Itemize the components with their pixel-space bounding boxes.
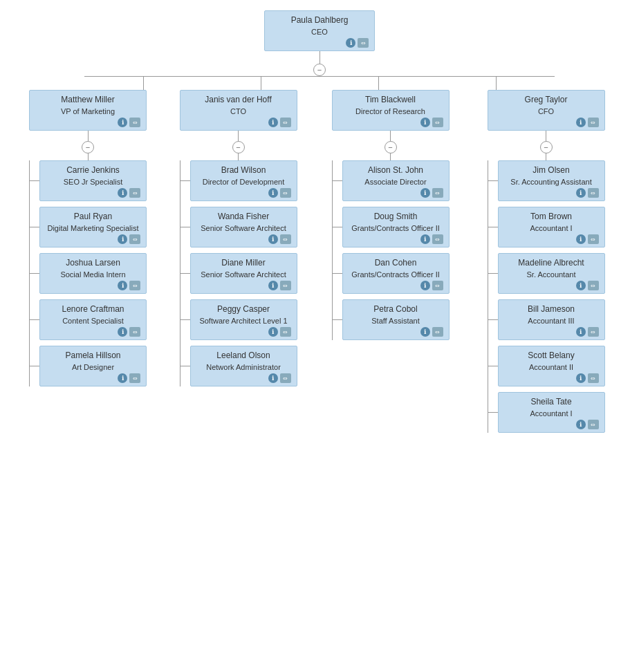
matthew-card: Matthew Miller VP of Marketing ℹ ⇔ xyxy=(29,90,147,131)
alison-arrows-icon[interactable]: ⇔ xyxy=(432,188,443,198)
tom-arrows-icon[interactable]: ⇔ xyxy=(588,234,599,244)
carrie-card: Carrie Jenkins SEO Jr Specialist ℹ ⇔ xyxy=(39,160,147,201)
peggy-card: Peggy Casper Software Architect Level 1 … xyxy=(190,299,297,340)
peggy-info-icon[interactable]: ℹ xyxy=(268,327,278,337)
tim-arrows-icon[interactable]: ⇔ xyxy=(432,118,443,127)
tom-title: Accountant I xyxy=(504,224,599,232)
leeland-title: Network Administrator xyxy=(196,363,291,371)
greg-arrows-icon[interactable]: ⇔ xyxy=(588,118,599,127)
wanda-name: Wanda Fisher xyxy=(196,212,291,221)
root-arrows-icon[interactable]: ⇔ xyxy=(358,38,369,48)
paul-arrows-icon[interactable]: ⇔ xyxy=(129,234,140,244)
pamela-info-icon[interactable]: ℹ xyxy=(118,373,127,383)
matthew-arrows-icon[interactable]: ⇔ xyxy=(129,118,140,127)
dan-info-icon[interactable]: ℹ xyxy=(420,281,430,290)
greg-info-icon[interactable]: ℹ xyxy=(576,118,586,127)
paul-info-icon[interactable]: ℹ xyxy=(118,234,127,244)
lenore-name: Lenore Craftman xyxy=(46,304,140,314)
scott-card: Scott Belany Accountant II ℹ ⇔ xyxy=(498,346,605,386)
madeline-arrows-icon[interactable]: ⇔ xyxy=(588,281,599,290)
doug-arrows-icon[interactable]: ⇔ xyxy=(432,234,443,244)
sheila-name: Sheila Tate xyxy=(504,397,599,407)
brad-card: Brad Wilson Director of Development ℹ ⇔ xyxy=(190,160,297,201)
branch-greg: Greg Taylor CFO ℹ ⇔ − Jim Olsen Sr. A xyxy=(467,90,626,433)
jim-arrows-icon[interactable]: ⇔ xyxy=(588,188,599,198)
janis-collapse-btn[interactable]: − xyxy=(232,141,245,153)
leeland-arrows-icon[interactable]: ⇔ xyxy=(280,373,291,383)
jim-info-icon[interactable]: ℹ xyxy=(576,188,586,198)
alison-card: Alison St. John Associate Director ℹ ⇔ xyxy=(342,160,450,201)
dan-name: Dan Cohen xyxy=(349,258,443,268)
pamela-card: Pamela Hillson Art Designer ℹ ⇔ xyxy=(39,346,147,386)
sheila-title: Accountant I xyxy=(504,409,599,418)
alison-name: Alison St. John xyxy=(349,165,443,175)
matthew-child-row-1: Paul Ryan Digital Marketing Specialist ℹ… xyxy=(29,207,147,248)
alison-info-icon[interactable]: ℹ xyxy=(420,188,430,198)
greg-collapse-btn[interactable]: − xyxy=(540,141,553,153)
diane-info-icon[interactable]: ℹ xyxy=(268,281,278,290)
tom-info-icon[interactable]: ℹ xyxy=(576,234,586,244)
scott-arrows-icon[interactable]: ⇔ xyxy=(588,373,599,383)
bill-info-icon[interactable]: ℹ xyxy=(576,327,586,337)
root-info-icon[interactable]: ℹ xyxy=(346,38,355,48)
tim-card: Tim Blackwell Director of Research ℹ ⇔ xyxy=(332,90,450,131)
wanda-arrows-icon[interactable]: ⇔ xyxy=(280,234,291,244)
petra-arrows-icon[interactable]: ⇔ xyxy=(432,327,443,337)
petra-card: Petra Cobol Staff Assistant ℹ ⇔ xyxy=(342,299,450,340)
scott-name: Scott Belany xyxy=(504,351,599,360)
brad-arrows-icon[interactable]: ⇔ xyxy=(280,188,291,198)
madeline-info-icon[interactable]: ℹ xyxy=(576,281,586,290)
doug-info-icon[interactable]: ℹ xyxy=(420,234,430,244)
greg-children-wrapper: Jim Olsen Sr. Accounting Assistant ℹ ⇔ T… xyxy=(488,160,605,433)
bill-name: Bill Jameson xyxy=(504,304,599,314)
matthew-info-icon[interactable]: ℹ xyxy=(118,118,127,127)
carrie-arrows-icon[interactable]: ⇔ xyxy=(129,188,140,198)
brad-info-icon[interactable]: ℹ xyxy=(268,188,278,198)
tim-collapse-btn[interactable]: − xyxy=(385,141,397,153)
branch-matthew: Matthew Miller VP of Marketing ℹ ⇔ − xyxy=(14,90,163,386)
petra-title: Staff Assistant xyxy=(349,317,443,325)
janis-arrows-icon[interactable]: ⇔ xyxy=(280,118,291,127)
bill-arrows-icon[interactable]: ⇔ xyxy=(588,327,599,337)
tim-name: Tim Blackwell xyxy=(338,95,443,104)
joshua-arrows-icon[interactable]: ⇔ xyxy=(129,281,140,290)
bill-title: Accountant III xyxy=(504,317,599,325)
diane-arrows-icon[interactable]: ⇔ xyxy=(280,281,291,290)
joshua-card: Joshua Larsen Social Media Intern ℹ ⇔ xyxy=(39,253,147,294)
matthew-collapse-btn[interactable]: − xyxy=(82,141,94,153)
root-collapse-btn[interactable]: − xyxy=(313,64,326,76)
carrie-name: Carrie Jenkins xyxy=(46,165,140,175)
bill-card: Bill Jameson Accountant III ℹ ⇔ xyxy=(498,299,605,340)
pamela-arrows-icon[interactable]: ⇔ xyxy=(129,373,140,383)
matthew-children-wrapper: Carrie Jenkins SEO Jr Specialist ℹ ⇔ P xyxy=(29,160,147,386)
joshua-title: Social Media Intern xyxy=(46,270,140,279)
janis-info-icon[interactable]: ℹ xyxy=(268,118,278,127)
tim-info-icon[interactable]: ℹ xyxy=(420,118,430,127)
brad-name: Brad Wilson xyxy=(196,165,291,175)
tom-card: Tom Brown Accountant I ℹ ⇔ xyxy=(498,207,605,248)
joshua-info-icon[interactable]: ℹ xyxy=(118,281,127,290)
madeline-title: Sr. Accountant xyxy=(504,270,599,279)
joshua-name: Joshua Larsen xyxy=(46,258,140,268)
wanda-card: Wanda Fisher Senior Software Architect ℹ… xyxy=(190,207,297,248)
lenore-arrows-icon[interactable]: ⇔ xyxy=(129,327,140,337)
scott-info-icon[interactable]: ℹ xyxy=(576,373,586,383)
wanda-info-icon[interactable]: ℹ xyxy=(268,234,278,244)
lenore-info-icon[interactable]: ℹ xyxy=(118,327,127,337)
org-chart: Paula Dahlberg CEO ℹ ⇔ − Matthew xyxy=(0,0,639,672)
matthew-v-line2 xyxy=(88,153,89,160)
leeland-info-icon[interactable]: ℹ xyxy=(268,373,278,383)
petra-info-icon[interactable]: ℹ xyxy=(420,327,430,337)
sheila-info-icon[interactable]: ℹ xyxy=(576,420,586,429)
peggy-arrows-icon[interactable]: ⇔ xyxy=(280,327,291,337)
doug-name: Doug Smith xyxy=(349,212,443,221)
greg-children: Jim Olsen Sr. Accounting Assistant ℹ ⇔ T… xyxy=(488,160,605,433)
janis-card: Janis van der Hoff CTO ℹ ⇔ xyxy=(180,90,297,131)
sheila-arrows-icon[interactable]: ⇔ xyxy=(588,420,599,429)
dan-arrows-icon[interactable]: ⇔ xyxy=(432,281,443,290)
branch-area: Matthew Miller VP of Marketing ℹ ⇔ − xyxy=(8,90,631,433)
jim-title: Sr. Accounting Assistant xyxy=(504,178,599,186)
tom-name: Tom Brown xyxy=(504,212,599,221)
carrie-info-icon[interactable]: ℹ xyxy=(118,188,127,198)
doug-title: Grants/Contracts Officer II xyxy=(349,224,443,232)
